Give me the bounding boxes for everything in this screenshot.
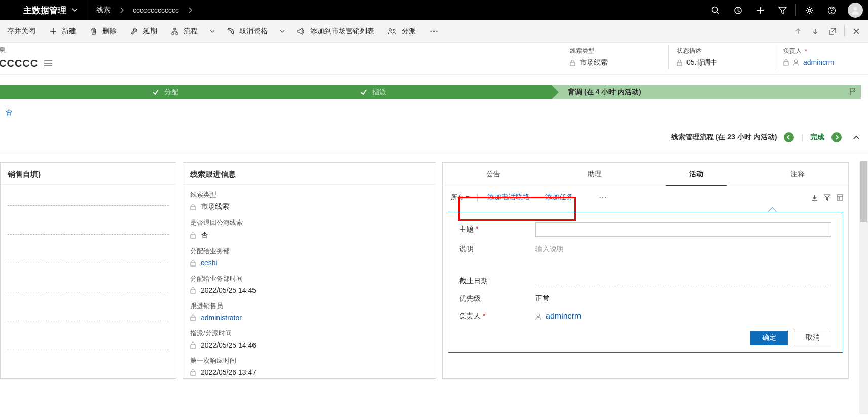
svg-rect-11 — [570, 62, 575, 66]
kpi-label: 线索类型 — [570, 47, 648, 55]
label-priority: 优先级 — [459, 294, 525, 303]
row-subject: 主题 — [459, 222, 831, 237]
field-dispatch-time: 指派/分派时间 2022/05/25 14:46 — [183, 324, 436, 351]
empty-field[interactable] — [8, 263, 169, 263]
save-close-button[interactable]: 存并关闭 — [0, 20, 43, 43]
scrollbar-thumb[interactable] — [860, 161, 867, 222]
svg-rect-18 — [191, 290, 195, 293]
description-input[interactable]: 输入说明 — [535, 245, 564, 254]
list-icon[interactable] — [44, 60, 52, 67]
command-bar-right — [789, 22, 865, 41]
tab-assistant[interactable]: 助理 — [544, 163, 645, 186]
required-star: * — [805, 48, 807, 55]
yesno-value[interactable]: 否 — [5, 108, 12, 116]
command-bar-left: 存并关闭 新建 删除 延期 流程 取消资格 添加到市场营销列表 分派 ⋯ — [0, 20, 446, 43]
bpf-complete-button[interactable]: 完成 — [810, 133, 824, 142]
empty-field[interactable] — [8, 350, 169, 350]
filter-icon[interactable] — [824, 194, 830, 201]
add-marketing-button[interactable]: 添加到市场营销列表 — [290, 20, 381, 43]
bpf-stage-allocate[interactable]: 分配 — [136, 85, 344, 99]
svg-point-5 — [854, 7, 857, 11]
delete-button[interactable]: 删除 — [83, 20, 124, 43]
svg-rect-19 — [191, 317, 195, 321]
avatar[interactable] — [848, 3, 863, 18]
add-phone-call[interactable]: 添加电话联络 — [481, 191, 536, 204]
breadcrumb-item[interactable]: ccccccccccccc — [124, 6, 188, 14]
tab-notes[interactable]: 注释 — [747, 163, 848, 186]
empty-field[interactable] — [8, 292, 169, 292]
disqualify-menu[interactable]: 取消资格 — [220, 20, 290, 43]
field-value: 2022/05/25 14:46 — [201, 341, 256, 349]
download-icon[interactable] — [811, 194, 818, 201]
recent-icon[interactable] — [727, 0, 749, 20]
lock-icon — [190, 315, 196, 321]
subject-input[interactable] — [535, 222, 831, 237]
process-menu[interactable]: 流程 — [164, 20, 220, 43]
breadcrumb-item[interactable]: 线索 — [87, 6, 120, 15]
svg-rect-17 — [191, 262, 195, 266]
overflow-menu[interactable]: ⋯ — [595, 193, 612, 202]
card-header: 线索跟进信息 — [183, 163, 436, 185]
layout-icon[interactable] — [837, 194, 843, 201]
filter-icon[interactable] — [771, 0, 793, 20]
svg-rect-15 — [191, 206, 195, 210]
app-name: 主数据管理 — [23, 5, 66, 16]
popout-icon[interactable] — [824, 22, 841, 41]
tab-activities[interactable]: 活动 — [645, 163, 747, 186]
priority-value[interactable]: 正常 — [535, 294, 550, 303]
due-input[interactable] — [535, 276, 831, 286]
close-icon[interactable] — [848, 22, 865, 41]
field-follow-sales: 跟进销售员 administrator — [183, 296, 436, 324]
cancel-button[interactable]: 取消 — [794, 331, 831, 345]
add-icon[interactable] — [749, 0, 771, 20]
overflow-menu[interactable]: ⋯ — [423, 20, 446, 43]
callout-footer: 确定 取消 — [459, 331, 831, 345]
svg-rect-12 — [677, 62, 682, 66]
bpf-stage-assign[interactable]: 指派 — [344, 85, 552, 99]
phone-cancel-icon — [227, 28, 234, 35]
breadcrumb: 线索 ccccccccccccc — [87, 0, 192, 20]
nav-down-icon[interactable] — [807, 22, 824, 41]
svg-rect-21 — [191, 372, 195, 375]
owner-lookup[interactable]: admincrm — [535, 312, 581, 321]
lock-icon — [570, 60, 575, 66]
assign-button[interactable]: 分派 — [381, 20, 423, 43]
ok-button[interactable]: 确定 — [750, 331, 788, 345]
field-label: 分配给业务部 — [190, 247, 428, 256]
forward-icon[interactable] — [831, 132, 842, 142]
field-assigned-bu: 分配给业务部 ceshi — [183, 242, 436, 269]
gear-icon[interactable] — [798, 0, 820, 20]
back-icon[interactable] — [784, 132, 794, 142]
scrollbar[interactable] — [859, 161, 868, 414]
chevron-down-icon — [71, 7, 78, 13]
bpf-stage-background-check[interactable]: 背调 (在 4 小时 内活动) — [552, 85, 861, 99]
bpf-stage-1[interactable] — [0, 85, 136, 99]
kpi-value[interactable]: admincrm — [803, 58, 834, 66]
add-task[interactable]: 添加任务 — [539, 191, 580, 204]
tab-posts[interactable]: 公告 — [443, 163, 544, 186]
field-value[interactable]: administrator — [201, 314, 242, 322]
lock-icon — [677, 60, 682, 66]
field-value[interactable]: ceshi — [201, 259, 218, 267]
app-switcher[interactable]: 主数据管理 — [0, 0, 87, 20]
chevron-right-icon — [120, 7, 124, 13]
task-quick-create: 主题 说明 输入说明 截止日期 优先级 正常 负责人 admincrm — [448, 212, 843, 353]
svg-rect-22 — [837, 195, 843, 200]
new-button[interactable]: 新建 — [43, 20, 83, 43]
empty-field[interactable] — [8, 321, 169, 321]
kpi-label: 负责人 — [783, 47, 802, 55]
nav-up-icon[interactable] — [789, 22, 807, 41]
search-icon[interactable] — [704, 0, 727, 20]
empty-field[interactable] — [8, 234, 169, 235]
stage-label: 分配 — [164, 88, 178, 97]
chevron-down-icon — [210, 29, 215, 34]
postpone-button[interactable]: 延期 — [124, 20, 164, 43]
help-icon[interactable] — [820, 0, 843, 20]
all-filter[interactable]: 所有 — [448, 191, 473, 204]
kpi-value: 05.背调中 — [686, 58, 717, 67]
empty-field[interactable] — [8, 205, 169, 206]
field-label: 是否退回公海线索 — [190, 218, 428, 227]
separator: | — [476, 193, 478, 202]
sales-fill-card: 销售自填) — [0, 162, 176, 379]
chevron-up-icon[interactable] — [853, 134, 860, 141]
